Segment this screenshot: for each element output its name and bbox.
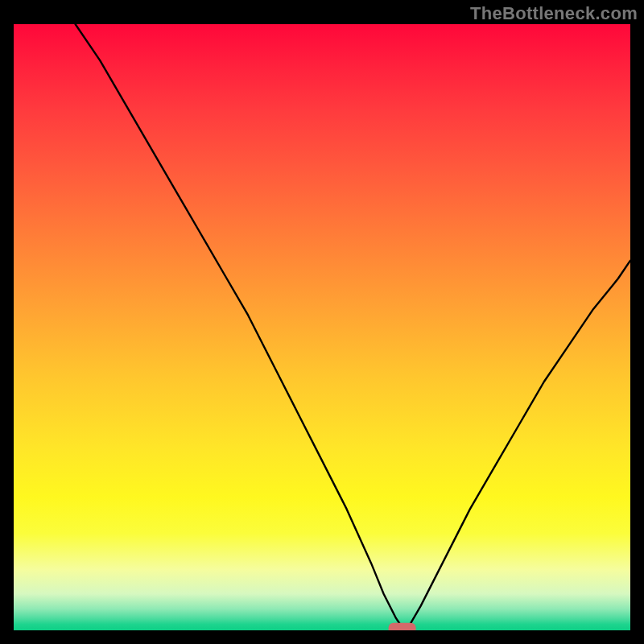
optimal-marker <box>389 623 416 630</box>
chart-frame: TheBottleneck.com <box>0 0 644 644</box>
bottleneck-curve-svg <box>14 24 630 630</box>
watermark-text: TheBottleneck.com <box>470 3 638 24</box>
bottleneck-curve <box>76 24 630 627</box>
curve-group <box>76 24 630 630</box>
plot-area <box>14 24 630 630</box>
